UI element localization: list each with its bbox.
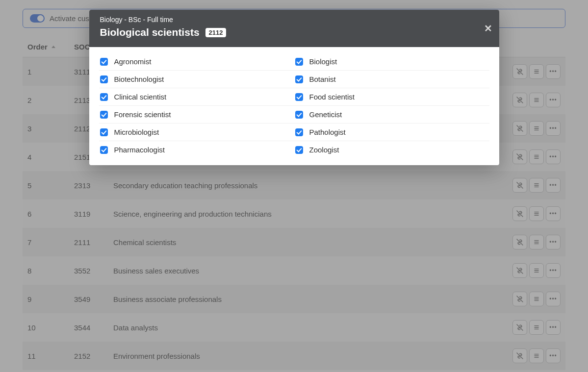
check-item[interactable]: Microbiologist bbox=[99, 124, 294, 141]
check-row: BiotechnologistBotanist bbox=[99, 71, 489, 88]
checkbox[interactable] bbox=[100, 75, 108, 83]
checkbox[interactable] bbox=[100, 128, 108, 136]
check-item[interactable]: Clinical scientist bbox=[99, 88, 294, 105]
check-label: Microbiologist bbox=[114, 128, 159, 136]
checkbox[interactable] bbox=[295, 58, 303, 66]
checkbox[interactable] bbox=[295, 128, 303, 136]
check-label: Biotechnologist bbox=[114, 75, 164, 83]
check-label: Clinical scientist bbox=[114, 93, 167, 101]
check-item[interactable]: Zoologist bbox=[294, 141, 489, 158]
modal-body: AgronomistBiologistBiotechnologistBotani… bbox=[89, 47, 499, 165]
check-item[interactable]: Pharmacologist bbox=[99, 141, 294, 158]
check-item[interactable]: Food scientist bbox=[294, 88, 489, 105]
check-row: AgronomistBiologist bbox=[99, 53, 489, 71]
check-row: PharmacologistZoologist bbox=[99, 141, 489, 158]
check-item[interactable]: Pathologist bbox=[294, 124, 489, 141]
check-row: Clinical scientistFood scientist bbox=[99, 88, 489, 106]
check-label: Forensic scientist bbox=[114, 110, 171, 119]
check-row: MicrobiologistPathologist bbox=[99, 124, 489, 141]
checkbox[interactable] bbox=[100, 111, 108, 119]
close-icon[interactable]: ✕ bbox=[484, 23, 492, 34]
modal-code-badge: 2112 bbox=[205, 28, 227, 37]
checkbox[interactable] bbox=[295, 146, 303, 154]
check-label: Agronomist bbox=[114, 57, 152, 66]
checkbox[interactable] bbox=[295, 93, 303, 101]
check-item[interactable]: Agronomist bbox=[99, 53, 294, 70]
check-label: Food scientist bbox=[309, 93, 355, 101]
check-row: Forensic scientistGeneticist bbox=[99, 106, 489, 124]
check-label: Pharmacologist bbox=[114, 146, 165, 154]
check-item[interactable]: Biologist bbox=[294, 53, 489, 70]
check-item[interactable]: Geneticist bbox=[294, 106, 489, 123]
check-label: Botanist bbox=[309, 75, 336, 83]
modal-title: Biological scientists bbox=[100, 26, 200, 38]
biological-scientists-modal: Biology - BSc - Full time Biological sci… bbox=[89, 10, 499, 165]
check-item[interactable]: Forensic scientist bbox=[99, 106, 294, 123]
modal-header: Biology - BSc - Full time Biological sci… bbox=[89, 10, 499, 47]
check-item[interactable]: Botanist bbox=[294, 71, 489, 88]
check-label: Geneticist bbox=[309, 110, 342, 119]
checkbox[interactable] bbox=[100, 146, 108, 154]
checkbox[interactable] bbox=[295, 111, 303, 119]
check-label: Zoologist bbox=[309, 146, 339, 154]
checkbox[interactable] bbox=[100, 58, 108, 66]
checkbox[interactable] bbox=[295, 75, 303, 83]
modal-subheading: Biology - BSc - Full time bbox=[100, 16, 488, 24]
checkbox[interactable] bbox=[100, 93, 108, 101]
check-label: Pathologist bbox=[309, 128, 346, 136]
modal-overlay: Biology - BSc - Full time Biological sci… bbox=[0, 0, 588, 372]
check-item[interactable]: Biotechnologist bbox=[99, 71, 294, 88]
check-label: Biologist bbox=[309, 57, 337, 66]
